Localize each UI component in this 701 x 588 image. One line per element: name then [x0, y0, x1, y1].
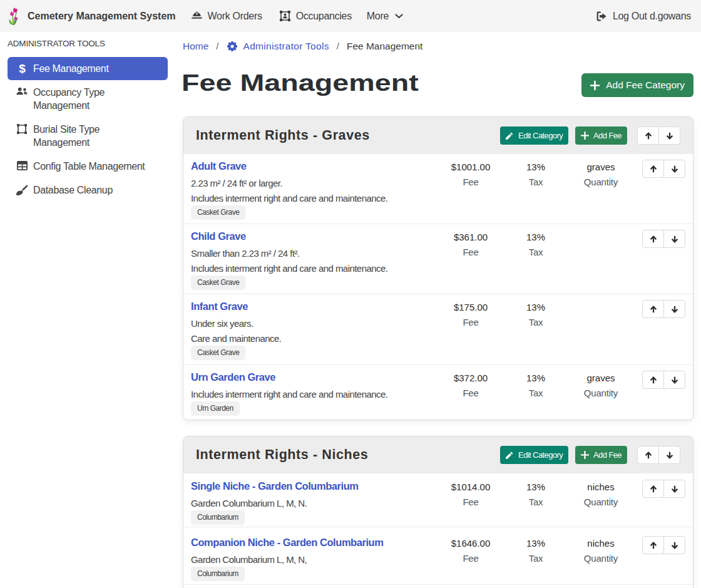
svg-text:$: $: [19, 63, 26, 75]
